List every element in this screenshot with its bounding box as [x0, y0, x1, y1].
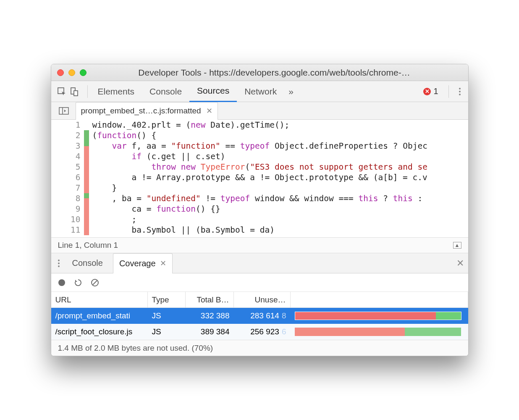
- coverage-row[interactable]: /script_foot_closure.jsJS389 384256 9236: [51, 324, 468, 340]
- coverage-row[interactable]: /prompt_embed_statiJS332 388283 6148: [51, 308, 468, 324]
- maximize-window-button[interactable]: [80, 69, 86, 76]
- file-tab-label: prompt_embed_st…c.js:formatted: [81, 106, 201, 116]
- coverage-table-header: URL Type Total B… Unuse…: [51, 292, 468, 308]
- code-area[interactable]: window._402.prlt = (new Date).getTime();…: [89, 120, 468, 237]
- main-toolbar: Elements Console Sources Network » ✕ 1: [51, 81, 468, 102]
- tab-elements[interactable]: Elements: [90, 81, 142, 102]
- cursor-position: Line 1, Column 1: [58, 241, 118, 250]
- close-file-tab-icon[interactable]: ✕: [206, 106, 212, 116]
- reload-icon[interactable]: [74, 278, 82, 287]
- drawer-tab-console[interactable]: Console: [66, 253, 109, 273]
- drawer-menu-icon[interactable]: [58, 260, 60, 267]
- svg-rect-3: [59, 108, 68, 114]
- error-indicator[interactable]: ✕ 1: [423, 87, 438, 96]
- titlebar: Developer Tools - https://developers.goo…: [51, 64, 468, 81]
- svg-point-5: [58, 279, 65, 286]
- inspect-element-icon[interactable]: [57, 87, 66, 96]
- drawer-tabs: Console Coverage ✕ ✕: [51, 253, 468, 273]
- code-editor[interactable]: 1234567891011 window._402.prlt = (new Da…: [51, 120, 468, 237]
- active-file-tab[interactable]: prompt_embed_st…c.js:formatted ✕: [76, 102, 218, 120]
- minimize-window-button[interactable]: [68, 69, 75, 76]
- navigator-toggle-icon[interactable]: [55, 104, 73, 118]
- clear-icon[interactable]: [91, 278, 99, 287]
- window-title: Developer Tools - https://developers.goo…: [86, 68, 462, 78]
- coverage-toolbar: [51, 273, 468, 292]
- panel-tabs: Elements Console Sources Network »: [90, 81, 424, 102]
- tab-sources[interactable]: Sources: [189, 81, 237, 102]
- tab-console[interactable]: Console: [142, 81, 189, 102]
- drawer-tab-coverage[interactable]: Coverage ✕: [113, 253, 173, 273]
- line-number-gutter: 1234567891011: [51, 120, 84, 237]
- col-unused-bytes[interactable]: Unuse…: [234, 292, 291, 307]
- collapse-drawer-icon[interactable]: ▲: [453, 242, 461, 249]
- coverage-gutter: [84, 120, 89, 237]
- device-toggle-icon[interactable]: [70, 87, 79, 96]
- col-type[interactable]: Type: [148, 292, 186, 307]
- tabs-overflow-icon[interactable]: »: [284, 81, 298, 102]
- error-icon: ✕: [423, 88, 431, 95]
- editor-statusbar: Line 1, Column 1 ▲: [51, 237, 468, 253]
- tab-network[interactable]: Network: [237, 81, 284, 102]
- col-total-bytes[interactable]: Total B…: [186, 292, 234, 307]
- record-icon[interactable]: [58, 279, 66, 286]
- traffic-lights: [57, 69, 86, 76]
- file-tab-bar: prompt_embed_st…c.js:formatted ✕: [51, 102, 468, 120]
- svg-rect-2: [74, 91, 78, 96]
- devtools-window: Developer Tools - https://developers.goo…: [51, 64, 469, 356]
- coverage-summary: 1.4 MB of 2.0 MB bytes are not used. (70…: [51, 340, 468, 356]
- settings-menu-icon[interactable]: [459, 88, 461, 95]
- close-drawer-tab-icon[interactable]: ✕: [160, 259, 166, 268]
- svg-line-7: [93, 281, 97, 285]
- close-drawer-icon[interactable]: ✕: [456, 258, 464, 269]
- error-count: 1: [433, 87, 438, 96]
- close-window-button[interactable]: [57, 69, 64, 76]
- coverage-table: URL Type Total B… Unuse… /prompt_embed_s…: [51, 292, 468, 340]
- col-url[interactable]: URL: [51, 292, 148, 307]
